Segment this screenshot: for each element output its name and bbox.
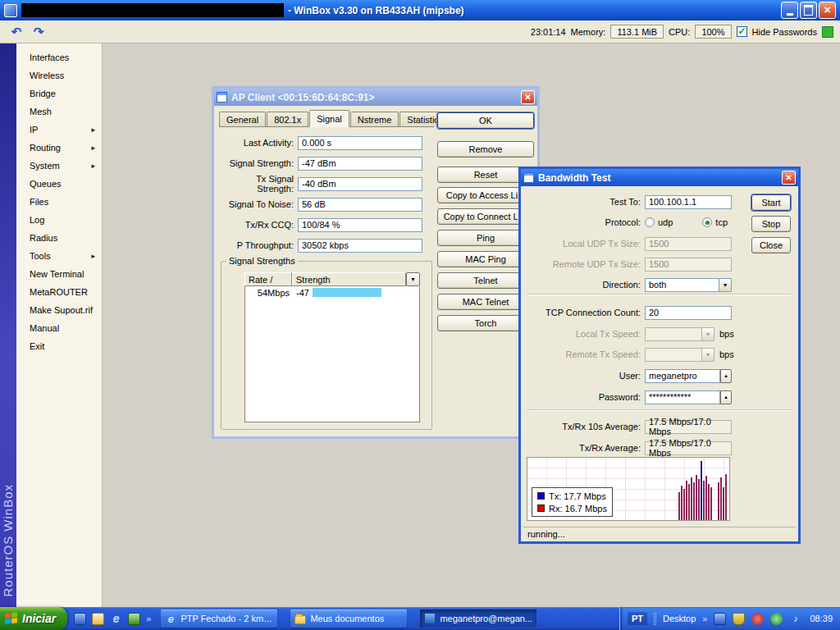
tray-shield-icon[interactable] bbox=[733, 613, 745, 625]
sidebar-item-label: MetaROUTER bbox=[30, 287, 88, 297]
avg-row: Tx/Rx Average: 17.5 Mbps/17.0 Mbps bbox=[523, 441, 732, 455]
sidebar-item-make-supout-rif[interactable]: Make Supout.rif bbox=[16, 301, 102, 319]
quick-launch-monitor-icon[interactable] bbox=[74, 613, 86, 625]
graph-bar bbox=[701, 461, 702, 520]
graph-bar bbox=[725, 474, 727, 520]
graph-bar bbox=[691, 477, 692, 520]
bandwidth-test-window: Bandwidth Test ✕ Test To: 100.100.1.1 Pr… bbox=[518, 167, 801, 544]
protocol-udp-radio[interactable] bbox=[645, 217, 655, 227]
submenu-arrow-icon: ▸ bbox=[91, 144, 95, 152]
sidebar-item-queues[interactable]: Queues bbox=[16, 175, 102, 193]
avg10-row: Tx/Rx 10s Average: 17.5 Mbps/17.0 Mbps bbox=[523, 419, 732, 434]
redo-button[interactable]: ↷ bbox=[29, 23, 48, 41]
desktop-toolbar-overflow-icon[interactable]: » bbox=[702, 614, 707, 623]
router-uptime-clock: 23:01:14 bbox=[531, 27, 566, 37]
start-button-taskbar[interactable]: Iniciar bbox=[0, 607, 67, 630]
direction-select[interactable]: both bbox=[645, 278, 719, 292]
sidebar-item-system[interactable]: System▸ bbox=[16, 157, 102, 175]
quick-launch-overflow-icon[interactable]: » bbox=[146, 614, 151, 623]
user-row: User: meganetpro ▴ bbox=[523, 368, 732, 383]
maximize-button[interactable] bbox=[800, 2, 817, 19]
local-tx-speed-dropdown-icon: ▾ bbox=[702, 327, 714, 341]
graph-bar bbox=[720, 477, 722, 520]
task-button-ptp-fechado-2-km-3[interactable]: ePTP Fechado - 2 km 3... bbox=[161, 609, 277, 628]
sidebar-menu: InterfacesWirelessBridgeMeshIP▸Routing▸S… bbox=[16, 43, 103, 607]
tcp-connection-count-input[interactable]: 20 bbox=[645, 306, 732, 320]
user-input[interactable]: meganetpro bbox=[645, 369, 720, 383]
hide-passwords-checkbox[interactable] bbox=[737, 26, 747, 37]
desktop-toolbar-label[interactable]: Desktop bbox=[663, 614, 696, 623]
close-window-button[interactable]: Close bbox=[751, 237, 791, 253]
throughput-graph: Tx: 17.7 Mbps Rx: 16.7 Mbps bbox=[527, 457, 730, 521]
local-tx-speed-row: Local Tx Speed: ▾ bps bbox=[523, 326, 734, 341]
sidebar-item-manual[interactable]: Manual bbox=[16, 319, 102, 337]
graph-bar bbox=[686, 481, 687, 520]
winbox-app-icon bbox=[4, 4, 17, 17]
ok-button[interactable]: OK bbox=[437, 112, 534, 129]
sidebar-item-exit[interactable]: Exit bbox=[16, 337, 102, 355]
task-button-meganetpro-megan[interactable]: meganetpro@megan... bbox=[420, 609, 536, 628]
bandwidth-test-titlebar[interactable]: Bandwidth Test ✕ bbox=[521, 169, 798, 186]
user-collapse-icon[interactable]: ▴ bbox=[720, 369, 732, 383]
close-button[interactable]: ✕ bbox=[819, 2, 836, 19]
tray-volume-icon[interactable]: ♪ bbox=[789, 613, 801, 625]
connection-indicator-icon bbox=[822, 26, 833, 38]
cpu-label: CPU: bbox=[669, 27, 690, 37]
password-input[interactable]: ************ bbox=[645, 390, 720, 404]
system-tray: PT Desktop » ♪ 08:39 bbox=[619, 607, 840, 630]
sidebar-item-metarouter[interactable]: MetaROUTER bbox=[16, 283, 102, 301]
stop-button[interactable]: Stop bbox=[751, 216, 791, 232]
sidebar-item-mesh[interactable]: Mesh bbox=[16, 103, 102, 121]
main-titlebar[interactable]: - WinBox v3.30 on RB433AH (mipsbe) ✕ bbox=[0, 0, 840, 21]
password-collapse-icon[interactable]: ▴ bbox=[720, 390, 732, 404]
tx-color-swatch bbox=[537, 492, 545, 500]
direction-label: Direction: bbox=[523, 280, 645, 290]
tab-signal[interactable]: Signal bbox=[309, 110, 349, 127]
start-label: Iniciar bbox=[22, 612, 56, 625]
sidebar-item-bridge[interactable]: Bridge bbox=[16, 84, 102, 103]
status-area: 23:01:14 Memory: 113.1 MiB CPU: 100% Hid… bbox=[531, 25, 833, 39]
sidebar-item-radius[interactable]: Radius bbox=[16, 229, 102, 247]
graph-bar bbox=[708, 484, 710, 520]
sidebar-item-interfaces[interactable]: Interfaces bbox=[16, 48, 102, 66]
sidebar-item-files[interactable]: Files bbox=[16, 193, 102, 211]
sidebar-item-tools[interactable]: Tools▸ bbox=[16, 247, 102, 265]
minimize-button[interactable] bbox=[781, 2, 798, 19]
test-to-input[interactable]: 100.100.1.1 bbox=[645, 195, 732, 209]
toolbar-grip bbox=[654, 613, 656, 625]
task-label: meganetpro@megan... bbox=[440, 614, 532, 623]
sidebar-item-wireless[interactable]: Wireless bbox=[16, 66, 102, 84]
sidebar-item-label: Mesh bbox=[30, 107, 52, 116]
quick-launch-internet-explorer-icon[interactable]: e bbox=[110, 613, 122, 625]
language-indicator[interactable]: PT bbox=[628, 612, 647, 625]
quick-launch-edit-icon[interactable] bbox=[92, 613, 104, 625]
txrx-10s-average-label: Tx/Rx 10s Average: bbox=[523, 422, 645, 431]
test-to-row: Test To: 100.100.1.1 bbox=[523, 194, 732, 209]
bandwidth-test-close-button[interactable]: ✕ bbox=[782, 171, 796, 185]
tray-messenger-icon[interactable] bbox=[770, 613, 783, 625]
sidebar-item-label: IP bbox=[30, 125, 38, 135]
sidebar-item-label: Tools bbox=[30, 251, 51, 261]
quick-launch-media-icon[interactable] bbox=[128, 613, 140, 625]
taskbar-clock: 08:39 bbox=[810, 614, 833, 623]
local-udp-tx-size-input: 1500 bbox=[645, 237, 732, 251]
txrx-average-label: Tx/Rx Average: bbox=[523, 443, 645, 453]
sidebar-item-log[interactable]: Log bbox=[16, 211, 102, 229]
sidebar-item-ip[interactable]: IP▸ bbox=[16, 121, 102, 139]
sidebar-item-new-terminal[interactable]: New Terminal bbox=[16, 265, 102, 283]
start-button[interactable]: Start bbox=[751, 194, 791, 211]
local-tx-speed-input bbox=[645, 327, 702, 341]
sidebar-item-routing[interactable]: Routing▸ bbox=[16, 139, 102, 157]
protocol-row: Protocol: udp tcp bbox=[523, 215, 728, 230]
folder-icon bbox=[294, 615, 306, 624]
tray-antivirus-icon[interactable] bbox=[751, 613, 764, 625]
password-label: Password: bbox=[523, 392, 645, 402]
remove-button[interactable]: Remove bbox=[437, 141, 534, 158]
windows-logo-icon bbox=[5, 612, 18, 625]
tray-network-icon[interactable] bbox=[714, 613, 726, 625]
direction-dropdown-icon[interactable]: ▾ bbox=[719, 278, 732, 292]
brand-text: RouterOS WinBox bbox=[1, 484, 15, 597]
undo-button[interactable]: ↶ bbox=[7, 23, 26, 41]
protocol-tcp-radio[interactable] bbox=[702, 217, 712, 227]
task-button-meus-documentos[interactable]: Meus documentos bbox=[290, 609, 407, 628]
